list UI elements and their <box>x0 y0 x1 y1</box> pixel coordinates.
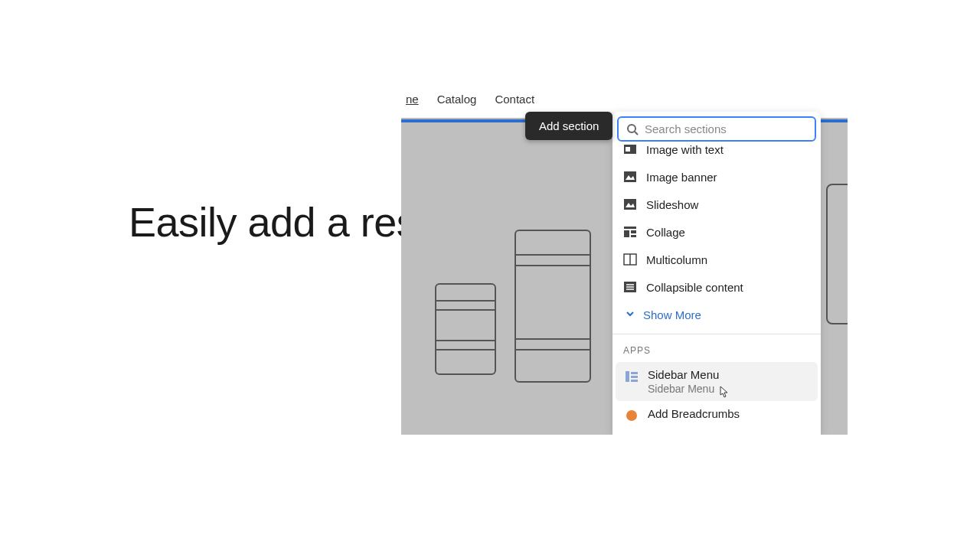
apps-section-header: APPS <box>612 334 821 362</box>
list-icon <box>623 280 637 294</box>
nav-item-home[interactable]: ne <box>406 93 419 106</box>
columns-icon <box>623 253 637 266</box>
section-item-label: Collage <box>646 226 685 239</box>
section-item-multicolumn[interactable]: Multicolumn <box>616 246 818 273</box>
svg-rect-21 <box>631 380 638 382</box>
app-subtitle: Sidebar Menu <box>648 383 719 395</box>
app-item-breadcrumbs[interactable]: Add Breadcrumbs <box>616 401 818 429</box>
section-item-collage[interactable]: Collage <box>616 218 818 246</box>
search-sections-input[interactable] <box>645 122 807 135</box>
svg-rect-8 <box>624 227 636 229</box>
section-item-label: Collapsible content <box>646 281 743 294</box>
svg-rect-3 <box>626 147 630 152</box>
svg-rect-11 <box>631 235 636 237</box>
sidebar-app-icon <box>625 370 639 383</box>
section-list: Image with text Image banner Slideshow C… <box>612 135 821 329</box>
svg-point-0 <box>628 125 635 132</box>
svg-rect-20 <box>631 376 638 378</box>
slideshow-icon <box>623 197 637 211</box>
image-icon <box>623 170 637 184</box>
section-item-image-with-text[interactable]: Image with text <box>616 135 818 163</box>
section-item-label: Multicolumn <box>646 253 707 266</box>
app-title: Sidebar Menu <box>648 368 719 381</box>
svg-rect-18 <box>626 371 629 382</box>
section-item-label: Image banner <box>646 171 717 184</box>
svg-point-22 <box>626 410 637 421</box>
image-text-icon <box>623 142 637 156</box>
editor-screenshot: ne Catalog Contact Add section Image wit… <box>401 80 848 435</box>
hero-illustration-right <box>823 122 848 435</box>
section-picker-panel: Image with text Image banner Slideshow C… <box>612 112 821 435</box>
nav-item-contact[interactable]: Contact <box>495 93 534 106</box>
svg-line-1 <box>635 132 638 135</box>
nav-item-catalog[interactable]: Catalog <box>437 93 477 106</box>
app-item-sidebar-menu[interactable]: Sidebar Menu Sidebar Menu <box>616 362 818 401</box>
section-item-label: Slideshow <box>646 198 698 211</box>
collage-icon <box>623 225 637 239</box>
search-icon <box>626 123 639 135</box>
svg-rect-10 <box>631 230 636 233</box>
svg-rect-6 <box>624 199 636 210</box>
show-more-label: Show More <box>643 308 701 321</box>
section-item-slideshow[interactable]: Slideshow <box>616 191 818 218</box>
chevron-down-icon <box>625 308 635 321</box>
show-more-button[interactable]: Show More <box>616 301 818 329</box>
breadcrumb-app-icon <box>625 409 639 422</box>
section-item-collapsible[interactable]: Collapsible content <box>616 273 818 301</box>
add-section-tooltip: Add section <box>525 112 612 140</box>
svg-rect-19 <box>631 372 638 374</box>
svg-rect-9 <box>624 230 629 237</box>
app-title: Add Breadcrumbs <box>648 407 740 420</box>
section-item-image-banner[interactable]: Image banner <box>616 163 818 191</box>
svg-rect-4 <box>624 171 636 182</box>
section-item-label: Image with text <box>646 143 724 156</box>
